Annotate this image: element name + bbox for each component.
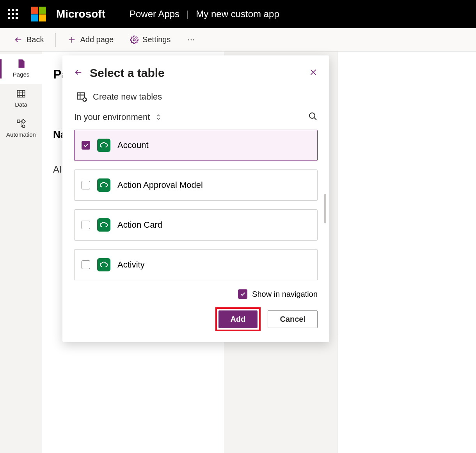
app-launcher-icon[interactable] <box>8 9 18 19</box>
plus-icon <box>67 36 76 44</box>
svg-point-2 <box>191 39 192 40</box>
dataverse-icon <box>97 258 110 271</box>
table-plus-icon <box>76 91 87 102</box>
svg-point-1 <box>188 39 189 40</box>
rail-item-pages[interactable]: Pages <box>0 54 42 84</box>
scrollbar-thumb[interactable] <box>324 194 326 223</box>
back-button[interactable]: Back <box>8 32 50 47</box>
checkbox-checked-icon[interactable] <box>238 289 247 299</box>
divider-icon: | <box>186 9 189 20</box>
add-page-label: Add page <box>80 35 114 44</box>
settings-label: Settings <box>142 35 171 44</box>
table-list: Account Action Approval Model Action Car… <box>74 130 318 280</box>
create-new-label: Create new tables <box>93 92 162 102</box>
dialog-back-button[interactable] <box>74 68 83 78</box>
brand-text: Microsoft <box>56 8 105 20</box>
add-page-button[interactable]: Add page <box>61 32 120 47</box>
arrow-left-icon <box>14 36 23 44</box>
checkbox-unchecked-icon[interactable] <box>82 221 90 229</box>
settings-button[interactable]: Settings <box>124 32 177 47</box>
right-panel <box>337 52 476 453</box>
rail-data-label: Data <box>15 101 27 108</box>
add-button-highlight: Add <box>215 307 261 331</box>
microsoft-logo-icon <box>31 7 46 21</box>
flow-icon <box>16 119 26 129</box>
dataverse-icon <box>97 178 110 192</box>
create-new-tables-button[interactable]: Create new tables <box>76 91 318 102</box>
table-item-label: Action Approval Model <box>117 180 203 190</box>
select-table-dialog: Select a table Create new tables In your… <box>62 55 329 342</box>
table-item-label: Action Card <box>117 220 162 230</box>
svg-rect-7 <box>21 119 25 123</box>
checkbox-unchecked-icon[interactable] <box>82 181 90 189</box>
environment-scope-dropdown[interactable]: In your environment <box>74 112 162 122</box>
svg-point-0 <box>133 39 135 41</box>
close-icon <box>309 68 318 77</box>
show-in-navigation-row[interactable]: Show in navigation <box>74 289 318 299</box>
back-button-label: Back <box>27 35 44 44</box>
cancel-button[interactable]: Cancel <box>268 310 318 328</box>
svg-point-6 <box>22 125 25 128</box>
dataverse-icon <box>97 218 110 232</box>
rail-item-data[interactable]: Data <box>0 84 42 114</box>
table-item-label: Activity <box>117 260 145 270</box>
table-item-action-approval-model[interactable]: Action Approval Model <box>74 169 318 201</box>
checkbox-unchecked-icon[interactable] <box>82 260 90 269</box>
table-item-label: Account <box>117 140 149 150</box>
svg-rect-5 <box>17 120 20 123</box>
svg-point-3 <box>193 39 194 40</box>
dialog-title: Select a table <box>90 66 165 80</box>
product-name[interactable]: Power Apps <box>130 9 179 20</box>
svg-rect-4 <box>17 90 25 97</box>
rail-pages-label: Pages <box>13 71 30 78</box>
search-button[interactable] <box>308 112 318 123</box>
dialog-close-button[interactable] <box>309 68 318 78</box>
page-icon <box>16 59 26 69</box>
app-context: Power Apps | My new custom app <box>130 9 279 20</box>
toolbar-divider <box>55 33 56 47</box>
svg-point-10 <box>309 113 315 118</box>
rail-automation-label: Automation <box>6 131 36 138</box>
show-in-navigation-label: Show in navigation <box>252 290 318 299</box>
add-button[interactable]: Add <box>218 310 258 328</box>
global-header: Microsoft Power Apps | My new custom app <box>0 0 476 28</box>
search-icon <box>308 112 318 121</box>
left-navigation-rail: Pages Data Automation <box>0 52 42 144</box>
table-icon <box>16 89 26 99</box>
gear-icon <box>130 36 139 44</box>
checkbox-checked-icon[interactable] <box>82 141 90 150</box>
table-item-action-card[interactable]: Action Card <box>74 209 318 241</box>
more-button[interactable] <box>181 32 202 47</box>
command-toolbar: Back Add page Settings <box>0 28 476 52</box>
rail-item-automation[interactable]: Automation <box>0 114 42 144</box>
table-item-account[interactable]: Account <box>74 130 318 161</box>
app-name[interactable]: My new custom app <box>196 9 279 20</box>
table-item-activity[interactable]: Activity <box>74 249 318 280</box>
environment-scope-label: In your environment <box>74 112 150 122</box>
dataverse-icon <box>97 139 110 152</box>
chevron-up-down-icon <box>155 113 162 121</box>
more-horizontal-icon <box>187 36 195 44</box>
arrow-left-icon <box>74 68 83 77</box>
